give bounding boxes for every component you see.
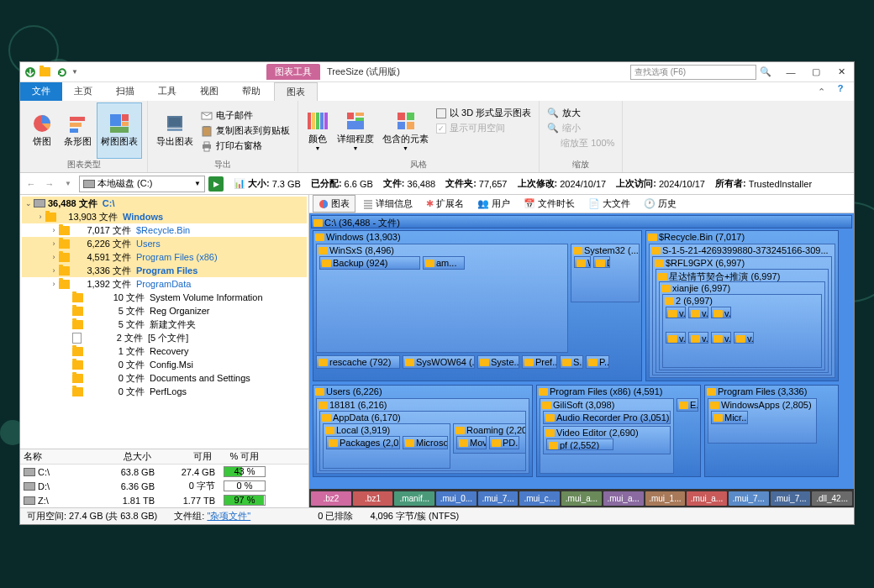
tree-item[interactable]: ›3,336 文件Program Files: [22, 264, 307, 277]
zoom-in-button[interactable]: 🔍放大: [545, 106, 617, 120]
ext-chip[interactable]: .mui_a...: [687, 491, 727, 506]
path-input[interactable]: 本地磁盘 (C:) ▼: [79, 176, 205, 192]
scan-button[interactable]: ▶: [208, 176, 224, 192]
svg-rect-22: [324, 113, 328, 129]
tree-item[interactable]: 5 文件Reg Organizer: [22, 304, 307, 318]
ext-chip[interactable]: .mui_7...: [478, 491, 519, 506]
ribbon-collapse-icon[interactable]: ⌃: [818, 87, 825, 97]
show-avail-checkbox[interactable]: ✓ 显示可用空间: [434, 121, 534, 135]
export-chart-button[interactable]: 导出图表: [153, 102, 197, 159]
3d-checkbox[interactable]: 以 3D 形式显示图表: [434, 106, 534, 120]
tree-item[interactable]: ›4,591 文件Program Files (x86): [22, 250, 307, 264]
treemap[interactable]: C:\ (36,488 - 文件) Windows (13,903) WinSx…: [309, 213, 854, 489]
app-window: ▼ 图表工具 TreeSize (试用版) 查找选项 (F6) 🔍 ― ▢ ✕ …: [19, 61, 855, 525]
ext-chip[interactable]: .mui_c...: [519, 491, 560, 506]
ext-chip[interactable]: .mui_a...: [561, 491, 602, 506]
tree-item[interactable]: 0 文件Config.Msi: [22, 358, 307, 371]
pie-chart-button[interactable]: 饼图: [25, 102, 59, 159]
tree-item[interactable]: ›7,017 文件$Recycle.Bin: [22, 223, 307, 237]
ext-chip[interactable]: .mui_0...: [436, 491, 476, 506]
statusbar: 可用空间: 27.4 GB (共 63.8 GB) 文件组: "杂项文件" 0 …: [20, 507, 854, 524]
close-button[interactable]: ✕: [829, 63, 854, 81]
ext-chip[interactable]: .manif...: [394, 491, 434, 506]
tree-item[interactable]: 0 文件Documents and Settings: [22, 371, 307, 385]
search-input[interactable]: 查找选项 (F6): [630, 65, 756, 80]
tree-item[interactable]: 2 文件[5 个文件]: [22, 331, 307, 344]
tab-view-details[interactable]: 详细信息: [357, 195, 419, 213]
folder-tree[interactable]: ⌄ 36,488 文件 C:\ ›13,903 文件Windows›7,017 …: [20, 195, 308, 449]
svg-rect-30: [407, 122, 414, 129]
tree-item[interactable]: ›13,903 文件Windows: [22, 210, 307, 223]
drive-row[interactable]: C:\63.8 GB27.4 GB43 %: [20, 465, 308, 479]
ribbon: 饼图 条形图 树图图表 图表类型 导出图表 电子邮件: [20, 101, 854, 173]
maximize-button[interactable]: ▢: [803, 63, 829, 81]
qat-folder-icon[interactable]: [39, 66, 53, 79]
svg-rect-19: [312, 113, 315, 129]
ext-chip[interactable]: .mui_7...: [729, 491, 769, 506]
app-icon: [24, 66, 37, 79]
svg-rect-25: [355, 118, 364, 121]
minimize-button[interactable]: ―: [778, 63, 803, 81]
zoom-reset-button[interactable]: 缩放至 100%: [545, 136, 617, 150]
ext-chip[interactable]: .mui_1...: [645, 491, 686, 506]
tab-view-big[interactable]: 📄大文件: [582, 195, 636, 213]
nav-bar: ← → ▼ 本地磁盘 (C:) ▼ ▶ 📊大小: 7.3 GB 已分配: 6.6…: [20, 173, 854, 195]
ext-chip[interactable]: .bz1: [353, 491, 393, 506]
color-button[interactable]: 颜色▼: [303, 102, 332, 159]
status-excluded: 0 已排除: [318, 510, 353, 522]
clipboard-button[interactable]: 复制图表到剪贴板: [198, 123, 292, 138]
help-button[interactable]: ?: [832, 83, 849, 100]
ext-chip[interactable]: .mui_7...: [771, 491, 811, 506]
svg-rect-27: [398, 113, 405, 120]
svg-rect-4: [70, 129, 78, 133]
svg-rect-6: [122, 114, 129, 121]
history-dropdown[interactable]: ▼: [61, 176, 76, 192]
ext-chip[interactable]: .bz2: [311, 491, 351, 506]
print-button[interactable]: 打印右窗格: [198, 139, 292, 153]
qat-refresh-icon[interactable]: [55, 66, 69, 79]
tab-view-users[interactable]: 👥用户: [471, 195, 516, 213]
back-button[interactable]: ←: [24, 176, 39, 192]
svg-rect-7: [122, 122, 129, 126]
filegroup-link[interactable]: "杂项文件": [207, 511, 250, 521]
treemap-button[interactable]: 树图图表: [97, 102, 142, 159]
tab-scan[interactable]: 扫描: [104, 82, 146, 101]
svg-rect-3: [70, 123, 82, 127]
qat-dropdown-icon[interactable]: ▼: [71, 68, 78, 76]
tree-item[interactable]: ›6,226 文件Users: [22, 237, 307, 250]
forward-button[interactable]: →: [42, 176, 57, 192]
ext-chip[interactable]: .mui_a...: [603, 491, 644, 506]
tab-view-ext[interactable]: ✱扩展名: [420, 195, 470, 213]
search-icon[interactable]: 🔍: [760, 66, 771, 77]
email-button[interactable]: 电子邮件: [198, 108, 292, 123]
tree-item[interactable]: 5 文件新建文件夹: [22, 318, 307, 331]
tab-view-history[interactable]: 🕐历史: [638, 195, 682, 213]
app-title: TreeSize (试用版): [327, 66, 400, 78]
tree-item[interactable]: ›1,392 文件ProgramData: [22, 277, 307, 291]
size-icon: 📊: [234, 178, 245, 189]
drive-row[interactable]: D:\6.36 GB0 字节0 %: [20, 479, 308, 493]
drive-row[interactable]: Z:\1.81 TB1.77 TB97 %: [20, 493, 308, 507]
tab-chart[interactable]: 图表: [274, 82, 318, 101]
detail-button[interactable]: 详细程度▼: [334, 102, 377, 159]
zoom-out-button[interactable]: 🔍缩小: [545, 121, 617, 135]
tab-view[interactable]: 视图: [188, 82, 230, 101]
tab-tools[interactable]: 工具: [146, 82, 188, 101]
tree-item[interactable]: 0 文件PerfLogs: [22, 385, 307, 398]
ribbon-tabs: 文件 主页 扫描 工具 视图 帮助 图表 ⌃ ?: [20, 82, 854, 101]
extension-bar: .bz2.bz1.manif....mui_0....mui_7....mui_…: [309, 489, 854, 507]
tree-root[interactable]: ⌄ 36,488 文件 C:\: [22, 197, 307, 210]
tab-help[interactable]: 帮助: [230, 82, 272, 101]
contain-button[interactable]: 包含的元素▼: [379, 102, 432, 159]
tree-item[interactable]: 1 文件Recovery: [22, 344, 307, 358]
ext-chip[interactable]: .dll_42...: [812, 491, 852, 506]
tab-view-age[interactable]: 📅文件时长: [518, 195, 581, 213]
zoom-in-icon: 🔍: [547, 108, 559, 118]
tab-home[interactable]: 主页: [62, 82, 104, 101]
tree-item[interactable]: 10 文件System Volume Information: [22, 291, 307, 304]
tab-file[interactable]: 文件: [20, 82, 62, 101]
svg-rect-26: [347, 121, 364, 129]
tab-view-chart[interactable]: 图表: [313, 195, 355, 213]
svg-rect-5: [110, 114, 121, 126]
bar-chart-button[interactable]: 条形图: [61, 102, 95, 159]
